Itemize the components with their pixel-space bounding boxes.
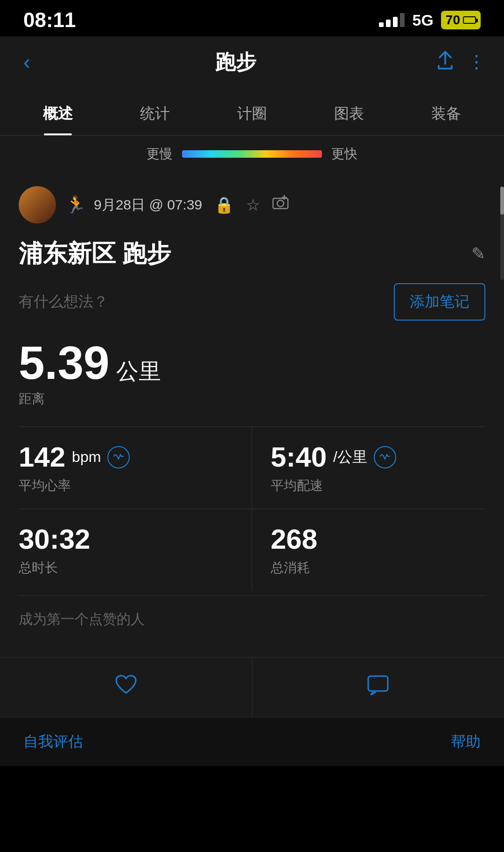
heart-rate-unit: bpm bbox=[72, 448, 101, 466]
add-note-button[interactable]: 添加笔记 bbox=[394, 283, 485, 321]
speed-gradient-bar bbox=[182, 150, 322, 158]
calories-cell: 268 总消耗 bbox=[252, 509, 485, 591]
activity-date: 9月28日 @ 07:39 bbox=[94, 196, 202, 215]
network-label: 5G bbox=[412, 11, 433, 29]
heart-rate-value: 142 bbox=[19, 441, 65, 473]
distance-value: 5.39 bbox=[19, 336, 110, 389]
heart-rate-cell: 142 bpm 平均心率 bbox=[19, 426, 252, 509]
main-content: 🏃 9月28日 @ 07:39 🔒 ☆ 浦东新区 跑步 ✎ 有什么想法？ 添加笔… bbox=[0, 172, 504, 657]
pace-cell: 5:40 /公里 平均配速 bbox=[252, 426, 485, 509]
duration-label: 总时长 bbox=[19, 559, 233, 577]
pace-icon bbox=[374, 446, 396, 468]
distance-label: 距离 bbox=[19, 390, 485, 408]
heart-icon bbox=[114, 674, 138, 700]
add-photo-icon[interactable] bbox=[272, 195, 289, 215]
tab-bar: 概述 统计 计圈 图表 装备 bbox=[0, 92, 504, 136]
activity-header: 🏃 9月28日 @ 07:39 🔒 ☆ bbox=[19, 186, 485, 223]
tab-overview[interactable]: 概述 bbox=[9, 92, 106, 135]
likes-placeholder: 成为第一个点赞的人 bbox=[19, 611, 145, 627]
svg-point-1 bbox=[277, 200, 284, 207]
distance-value-row: 5.39 公里 bbox=[19, 339, 485, 386]
self-eval-button[interactable]: 自我评估 bbox=[23, 732, 83, 752]
nav-title: 跑步 bbox=[215, 49, 256, 76]
calories-value: 268 bbox=[271, 523, 317, 555]
calories-label: 总消耗 bbox=[271, 559, 485, 577]
pace-unit: /公里 bbox=[333, 447, 367, 468]
duration-cell: 30:32 总时长 bbox=[19, 509, 252, 591]
heart-rate-icon bbox=[107, 446, 130, 468]
nav-actions: ⋮ bbox=[437, 51, 485, 74]
activity-title: 浦东新区 跑步 bbox=[19, 237, 171, 270]
status-bar: 08:11 5G 70 bbox=[0, 0, 504, 36]
battery-indicator: 70 bbox=[441, 11, 481, 29]
top-nav: ‹ 跑步 ⋮ bbox=[0, 36, 504, 92]
status-right: 5G 70 bbox=[379, 11, 481, 29]
slower-label: 更慢 bbox=[147, 145, 173, 163]
scrollbar-track[interactable] bbox=[500, 187, 504, 280]
faster-label: 更快 bbox=[331, 145, 357, 163]
duration-value: 30:32 bbox=[19, 523, 90, 555]
help-button[interactable]: 帮助 bbox=[451, 732, 481, 752]
pace-value: 5:40 bbox=[271, 441, 327, 473]
back-button[interactable]: ‹ bbox=[19, 46, 35, 78]
tab-stats[interactable]: 统计 bbox=[106, 92, 203, 135]
comment-icon bbox=[366, 674, 390, 700]
like-button[interactable] bbox=[0, 657, 252, 717]
lock-icon[interactable]: 🔒 bbox=[214, 196, 234, 214]
likes-section: 成为第一个点赞的人 bbox=[19, 595, 485, 643]
distance-section: 5.39 公里 距离 bbox=[19, 339, 485, 408]
activity-title-row: 浦东新区 跑步 ✎ bbox=[19, 237, 485, 270]
comment-button[interactable] bbox=[252, 657, 504, 717]
more-options-button[interactable]: ⋮ bbox=[468, 52, 485, 72]
status-time: 08:11 bbox=[23, 8, 76, 32]
signal-icon bbox=[379, 13, 405, 27]
scrollbar-thumb[interactable] bbox=[500, 187, 504, 215]
notes-placeholder: 有什么想法？ bbox=[19, 292, 108, 312]
tab-gear[interactable]: 装备 bbox=[398, 92, 495, 135]
run-icon: 🏃 bbox=[65, 195, 86, 215]
battery-level: 70 bbox=[446, 13, 460, 28]
distance-unit: 公里 bbox=[116, 359, 161, 384]
svg-rect-2 bbox=[368, 676, 388, 691]
avatar bbox=[19, 186, 56, 223]
battery-icon bbox=[463, 16, 476, 24]
share-button[interactable] bbox=[437, 51, 454, 74]
stats-grid: 142 bpm 平均心率 5:40 /公里 bbox=[19, 426, 485, 591]
notes-row: 有什么想法？ 添加笔记 bbox=[19, 283, 485, 321]
speed-legend: 更慢 更快 bbox=[0, 136, 504, 172]
tab-laps[interactable]: 计圈 bbox=[203, 92, 301, 135]
star-icon[interactable]: ☆ bbox=[246, 196, 260, 214]
heart-rate-label: 平均心率 bbox=[19, 477, 233, 495]
activity-meta: 🏃 9月28日 @ 07:39 🔒 ☆ bbox=[65, 195, 485, 215]
bottom-nav: 自我评估 帮助 bbox=[0, 717, 504, 766]
edit-button[interactable]: ✎ bbox=[471, 244, 485, 264]
action-bar bbox=[0, 657, 504, 717]
tab-charts[interactable]: 图表 bbox=[301, 92, 398, 135]
pace-label: 平均配速 bbox=[271, 477, 485, 495]
